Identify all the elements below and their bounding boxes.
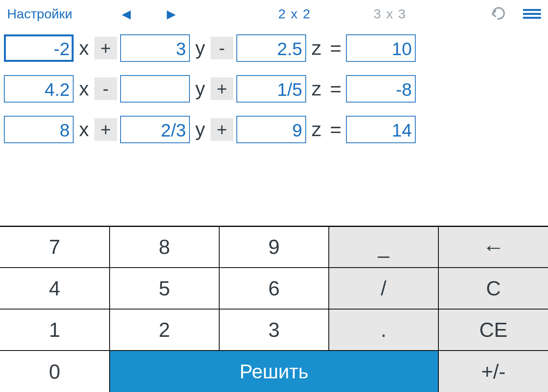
- operator-toggle-r3-1[interactable]: +: [94, 118, 117, 141]
- coef-input-r1-z[interactable]: 2.5: [236, 34, 306, 62]
- key-6[interactable]: 6: [219, 268, 329, 309]
- key-plus-minus[interactable]: +/-: [438, 351, 548, 392]
- key-clear-entry[interactable]: CE: [438, 309, 548, 351]
- coef-input-r1-x[interactable]: -2: [4, 34, 74, 62]
- var-x-label: x: [77, 37, 91, 59]
- undo-icon[interactable]: [491, 6, 507, 21]
- result-input-r1[interactable]: 10: [346, 34, 416, 62]
- var-x-label: x: [77, 77, 91, 100]
- prev-arrow-icon[interactable]: ◀: [119, 7, 133, 21]
- equals-label: =: [328, 37, 343, 59]
- var-z-label: z: [309, 118, 325, 141]
- coef-input-r2-y[interactable]: [120, 75, 190, 102]
- result-input-r3[interactable]: 14: [346, 116, 416, 143]
- keypad: 7 8 9 _ ← 4 5 6 / C 1 2 3 . CE 0 Решить …: [0, 226, 548, 392]
- next-arrow-icon[interactable]: ▶: [164, 7, 178, 21]
- coef-input-r3-z[interactable]: 9: [236, 116, 306, 143]
- var-x-label: x: [77, 118, 91, 141]
- key-2[interactable]: 2: [110, 309, 219, 351]
- tab-size-2x2[interactable]: 2 x 2: [274, 6, 315, 22]
- var-z-label: z: [309, 37, 325, 59]
- operator-toggle-r1-2[interactable]: -: [211, 37, 233, 59]
- key-1[interactable]: 1: [0, 309, 110, 351]
- operator-toggle-r2-1[interactable]: -: [94, 77, 117, 100]
- key-underscore[interactable]: _: [329, 226, 438, 268]
- key-slash[interactable]: /: [329, 268, 438, 309]
- solve-button[interactable]: Решить: [110, 351, 438, 392]
- key-5[interactable]: 5: [110, 268, 219, 309]
- var-y-label: y: [193, 37, 207, 59]
- var-z-label: z: [309, 77, 325, 100]
- key-8[interactable]: 8: [110, 226, 219, 268]
- settings-button[interactable]: Настройки: [7, 6, 72, 22]
- coef-input-r1-y[interactable]: 3: [120, 34, 190, 62]
- equation-grid: -2 x + 3 y - 2.5 z = 10 4.2 x - y + 1/5 …: [0, 27, 548, 143]
- top-toolbar: Настройки ◀ ▶ 2 x 2 3 x 3: [0, 0, 548, 27]
- result-input-r2[interactable]: -8: [346, 75, 416, 102]
- key-decimal[interactable]: .: [329, 309, 438, 351]
- coef-input-r2-z[interactable]: 1/5: [236, 75, 306, 102]
- key-4[interactable]: 4: [0, 268, 110, 309]
- menu-icon[interactable]: [523, 9, 541, 19]
- key-clear[interactable]: C: [438, 268, 548, 309]
- coef-input-r3-x[interactable]: 8: [4, 116, 74, 143]
- key-3[interactable]: 3: [219, 309, 329, 351]
- key-9[interactable]: 9: [219, 226, 329, 268]
- coef-input-r2-x[interactable]: 4.2: [4, 75, 74, 102]
- equals-label: =: [328, 118, 343, 141]
- equation-row: -2 x + 3 y - 2.5 z = 10: [4, 34, 544, 62]
- operator-toggle-r2-2[interactable]: +: [211, 77, 233, 100]
- var-y-label: y: [193, 77, 207, 100]
- equals-label: =: [328, 77, 343, 100]
- key-backspace[interactable]: ←: [438, 226, 548, 268]
- key-7[interactable]: 7: [0, 226, 110, 268]
- operator-toggle-r3-2[interactable]: +: [211, 118, 233, 141]
- key-0[interactable]: 0: [0, 351, 110, 392]
- coef-input-r3-y[interactable]: 2/3: [120, 116, 190, 143]
- operator-toggle-r1-1[interactable]: +: [94, 37, 117, 59]
- equation-row: 8 x + 2/3 y + 9 z = 14: [4, 116, 544, 143]
- equation-row: 4.2 x - y + 1/5 z = -8: [4, 75, 544, 102]
- var-y-label: y: [193, 118, 207, 141]
- tab-size-3x3[interactable]: 3 x 3: [370, 6, 410, 22]
